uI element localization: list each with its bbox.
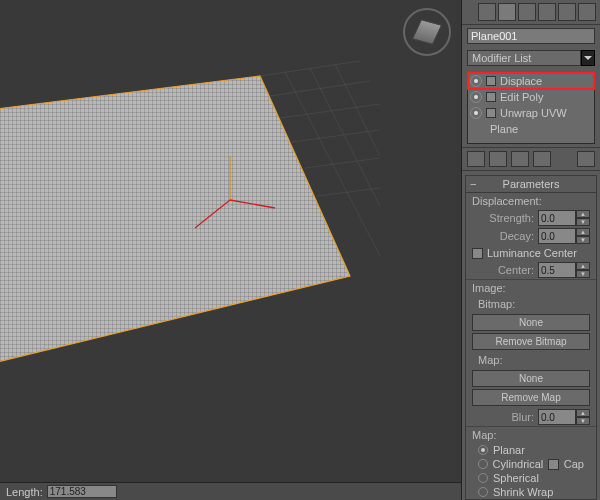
pin-stack-icon[interactable] bbox=[467, 151, 485, 167]
parameters-rollout: − Parameters Displacement: Strength: ▲▼ … bbox=[465, 175, 597, 500]
svg-line-9 bbox=[318, 188, 380, 196]
shrinkwrap-radio[interactable] bbox=[478, 487, 488, 497]
image-section: Image: bbox=[466, 279, 596, 296]
object-name-field[interactable] bbox=[467, 28, 595, 44]
spherical-label: Spherical bbox=[493, 472, 539, 484]
center-spinner[interactable]: ▲▼ bbox=[538, 262, 590, 278]
stack-item-unwrap[interactable]: Unwrap UVW bbox=[468, 105, 594, 121]
bitmap-label: Bitmap: bbox=[466, 296, 596, 312]
show-end-result-icon[interactable] bbox=[489, 151, 507, 167]
cylindrical-radio[interactable] bbox=[478, 459, 488, 469]
hierarchy-tab-icon[interactable] bbox=[518, 3, 536, 21]
modifier-list-dropdown[interactable]: Modifier List bbox=[467, 50, 581, 66]
cylindrical-label: Cylindrical bbox=[493, 458, 544, 470]
strength-input[interactable] bbox=[538, 210, 576, 226]
configure-sets-icon[interactable] bbox=[577, 151, 595, 167]
stack-item-displace[interactable]: Displace bbox=[468, 73, 594, 89]
decay-spinner[interactable]: ▲▼ bbox=[538, 228, 590, 244]
spinner-up-icon[interactable]: ▲ bbox=[576, 228, 590, 236]
modifier-icon bbox=[486, 108, 496, 118]
rollout-title: Parameters bbox=[503, 178, 560, 190]
stack-toolbar bbox=[462, 147, 600, 171]
modifier-icon bbox=[486, 92, 496, 102]
spherical-radio[interactable] bbox=[478, 473, 488, 483]
modify-tab-icon[interactable] bbox=[498, 3, 516, 21]
eye-icon[interactable] bbox=[470, 75, 482, 87]
utilities-tab-icon[interactable] bbox=[578, 3, 596, 21]
blur-label: Blur: bbox=[472, 411, 534, 423]
svg-line-11 bbox=[310, 68, 380, 206]
strength-label: Strength: bbox=[472, 212, 534, 224]
panel-tabs bbox=[462, 0, 600, 25]
cap-checkbox[interactable] bbox=[548, 459, 559, 470]
decay-label: Decay: bbox=[472, 230, 534, 242]
svg-marker-3 bbox=[0, 76, 350, 376]
display-tab-icon[interactable] bbox=[558, 3, 576, 21]
chevron-down-icon[interactable] bbox=[581, 50, 595, 66]
map-label: Map: bbox=[466, 352, 596, 368]
create-tab-icon[interactable] bbox=[478, 3, 496, 21]
modifier-stack[interactable]: Displace Edit Poly Unwrap UVW Plane bbox=[467, 72, 595, 144]
viewcube[interactable] bbox=[403, 8, 451, 56]
spinner-up-icon[interactable]: ▲ bbox=[576, 210, 590, 218]
planar-label: Planar bbox=[493, 444, 525, 456]
stack-label: Unwrap UVW bbox=[500, 107, 567, 119]
viewport[interactable] bbox=[0, 0, 461, 500]
axis-gizmo[interactable] bbox=[180, 150, 280, 250]
spinner-up-icon[interactable]: ▲ bbox=[576, 262, 590, 270]
strength-spinner[interactable]: ▲▼ bbox=[538, 210, 590, 226]
planar-radio[interactable] bbox=[478, 445, 488, 455]
displacement-section: Displacement: bbox=[466, 193, 596, 209]
rollout-header[interactable]: − Parameters bbox=[466, 176, 596, 193]
cap-label: Cap bbox=[564, 458, 584, 470]
map-type-section: Map: bbox=[466, 426, 596, 443]
remove-modifier-icon[interactable] bbox=[533, 151, 551, 167]
viewcube-cube-icon bbox=[412, 19, 443, 45]
spinner-down-icon[interactable]: ▼ bbox=[576, 270, 590, 278]
spinner-down-icon[interactable]: ▼ bbox=[576, 417, 590, 425]
make-unique-icon[interactable] bbox=[511, 151, 529, 167]
map-none-button[interactable]: None bbox=[472, 370, 590, 387]
svg-line-7 bbox=[292, 130, 380, 142]
status-bar: Length: bbox=[0, 482, 461, 500]
svg-line-5 bbox=[270, 81, 370, 96]
motion-tab-icon[interactable] bbox=[538, 3, 556, 21]
length-label: Length: bbox=[6, 486, 43, 498]
length-field[interactable] bbox=[47, 485, 117, 498]
command-panel: Modifier List Displace Edit Poly Unwrap … bbox=[461, 0, 600, 500]
stack-label: Plane bbox=[490, 123, 518, 135]
stack-label: Displace bbox=[500, 75, 542, 87]
stack-item-plane[interactable]: Plane bbox=[468, 121, 594, 137]
remove-bitmap-button[interactable]: Remove Bitmap bbox=[472, 333, 590, 350]
shrinkwrap-label: Shrink Wrap bbox=[493, 486, 553, 498]
remove-map-button[interactable]: Remove Map bbox=[472, 389, 590, 406]
center-label: Center: bbox=[472, 264, 534, 276]
svg-line-12 bbox=[335, 64, 380, 156]
spinner-up-icon[interactable]: ▲ bbox=[576, 409, 590, 417]
eye-icon[interactable] bbox=[470, 107, 482, 119]
center-input[interactable] bbox=[538, 262, 576, 278]
stack-label: Edit Poly bbox=[500, 91, 543, 103]
luminance-center-label: Luminance Center bbox=[487, 247, 577, 259]
spinner-down-icon[interactable]: ▼ bbox=[576, 236, 590, 244]
decay-input[interactable] bbox=[538, 228, 576, 244]
blur-input[interactable] bbox=[538, 409, 576, 425]
bitmap-none-button[interactable]: None bbox=[472, 314, 590, 331]
svg-line-15 bbox=[195, 200, 230, 228]
svg-line-14 bbox=[230, 200, 275, 208]
modifier-icon bbox=[486, 76, 496, 86]
svg-line-8 bbox=[305, 158, 380, 168]
blur-spinner[interactable]: ▲▼ bbox=[538, 409, 590, 425]
stack-item-editpoly[interactable]: Edit Poly bbox=[468, 89, 594, 105]
svg-line-6 bbox=[280, 104, 380, 118]
luminance-center-checkbox[interactable] bbox=[472, 248, 483, 259]
collapse-icon: − bbox=[470, 178, 476, 190]
spinner-down-icon[interactable]: ▼ bbox=[576, 218, 590, 226]
eye-icon[interactable] bbox=[470, 91, 482, 103]
